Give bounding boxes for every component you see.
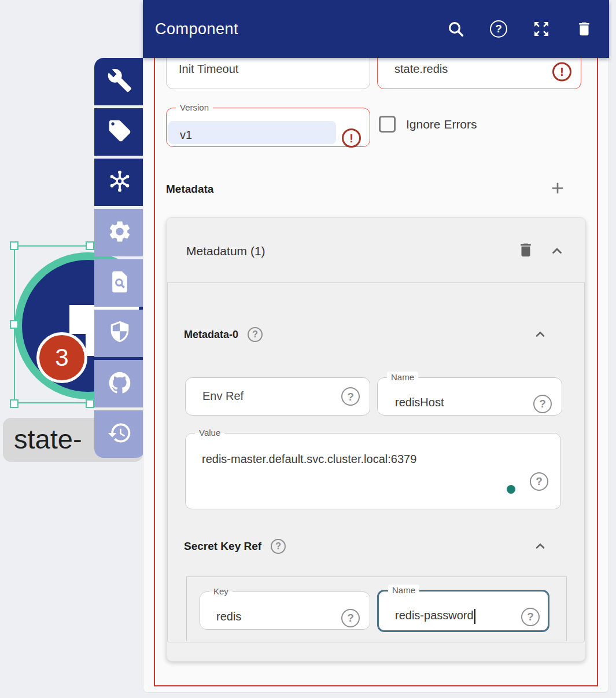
node-toolbar [94,58,145,458]
version-field[interactable]: Version v1 [166,102,370,147]
fullscreen-icon[interactable] [532,19,551,39]
help-icon[interactable] [533,395,552,413]
question-glyph [490,20,507,38]
panel-header: Component [143,0,609,58]
secret-key-ref-heading: Secret Key Ref [184,540,261,553]
error-count-badge: 3 [36,332,87,383]
hub-icon [107,168,132,196]
metadata0-heading: Metadata-0 [184,329,238,341]
secret-name-value: redis-password [395,609,474,622]
value-field[interactable]: Value redis-master.default.svc.cluster.l… [185,427,561,509]
resize-handle-n[interactable] [86,241,94,250]
gear-icon [107,219,132,247]
key-field[interactable]: Key redis [200,586,370,630]
help-icon[interactable] [271,539,286,554]
panel-title: Component [155,20,238,38]
resize-handle-s[interactable] [86,399,94,408]
search-icon[interactable] [446,19,466,39]
resize-handle-sw[interactable] [10,399,19,408]
autofill-highlight [168,121,336,144]
secret-name-label: Name [388,585,419,596]
help-icon[interactable] [530,472,548,491]
configure-button[interactable] [94,58,145,105]
tag-icon [107,118,132,146]
name-label: Name [387,372,418,383]
drag-dot [507,485,515,494]
version-label: Version [176,102,213,113]
name-field[interactable]: Name redisHost [377,372,562,416]
ignore-errors-label: Ignore Errors [406,116,477,133]
version-value: v1 [180,128,192,142]
wrench-icon [107,68,132,95]
shield-icon [107,319,132,347]
collapse-metadatum-button[interactable] [549,244,565,259]
env-ref-label: Env Ref [202,390,244,402]
env-ref-field[interactable]: Env Ref [185,377,370,416]
policy-button[interactable] [94,310,145,357]
add-metadata-button[interactable] [548,179,567,200]
name-value: redisHost [395,396,444,409]
secret-name-field[interactable]: Name redis-password [377,585,549,632]
delete-metadatum-button[interactable] [517,241,534,261]
connections-button[interactable] [94,159,145,206]
app-canvas: 3 state- [0,0,616,698]
doc-search-icon [107,269,132,297]
help-icon[interactable] [489,19,508,39]
value-label: Value [195,427,224,439]
github-button[interactable] [94,360,145,407]
history-icon [107,420,132,448]
collapse-metadata0-button[interactable] [533,328,547,341]
resize-handle-w[interactable] [10,320,19,329]
metadata-heading: Metadata [166,183,213,196]
key-value: redis [216,610,241,623]
github-icon [107,370,132,398]
settings-button[interactable] [94,209,145,256]
error-icon [342,128,361,148]
help-icon[interactable] [341,609,360,627]
help-icon[interactable] [521,608,540,626]
text-cursor [474,609,475,624]
tag-button[interactable] [94,108,145,156]
type-value: state.redis [394,63,448,75]
help-icon[interactable] [248,327,263,342]
error-icon [552,62,571,81]
collapse-secret-button[interactable] [533,539,547,553]
value-text: redis-master.default.svc.cluster.local:6… [202,453,416,466]
history-button[interactable] [94,410,145,458]
help-icon[interactable] [341,387,360,406]
inspect-schema-button[interactable] [94,259,145,307]
init-timeout-label: Init Timeout [179,63,238,75]
ignore-errors-checkbox[interactable] [379,116,396,133]
delete-icon[interactable] [574,19,594,39]
metadatum-title: Metadatum (1) [186,244,265,258]
resize-handle-nw[interactable] [10,241,19,250]
key-label: Key [209,586,233,597]
